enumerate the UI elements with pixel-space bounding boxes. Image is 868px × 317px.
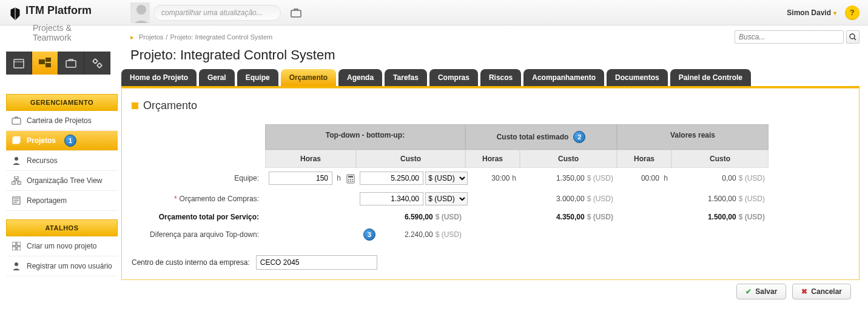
sidebar-item-org-tree[interactable]: Organização Tree View (6, 171, 118, 191)
svg-line-4 (854, 38, 856, 40)
cancel-button[interactable]: ✖ Cancelar (792, 284, 851, 299)
tab-general[interactable]: Geral (199, 69, 235, 86)
svg-rect-8 (45, 58, 51, 62)
svg-point-30 (15, 262, 18, 266)
budget-panel: Orçamento Top-down - bottom-up: Custo to… (121, 88, 860, 280)
svg-rect-10 (66, 61, 76, 67)
svg-point-37 (350, 181, 351, 182)
tab-agenda[interactable]: Agenda (338, 69, 382, 86)
tile-calendar[interactable] (6, 52, 32, 75)
hours-unit: h (337, 174, 341, 182)
team-cost-input[interactable] (360, 172, 423, 185)
tab-team[interactable]: Equipe (237, 69, 278, 86)
sidebar-item-new-project[interactable]: Criar um novo projeto (6, 236, 118, 256)
share-placeholder: compartilhar uma atualização... (161, 8, 263, 17)
search-button[interactable] (846, 30, 860, 44)
cost-center-input[interactable] (256, 255, 377, 270)
sub-hours-td: Horas (265, 150, 356, 168)
sidebar-list-management: Carteira de Projetos Projetos 1 Recursos… (6, 111, 118, 211)
row-total-label: Orçamento total por Serviço: (132, 209, 265, 225)
svg-point-12 (98, 64, 101, 67)
brand: ITM Platform Projects & Teamwork (8, 5, 92, 21)
user-name: Simon David (787, 8, 831, 17)
team-real-hours: 00:00 h (617, 170, 671, 186)
tile-briefcase[interactable] (58, 52, 84, 75)
row-purchase-label: *Orçamento de Compras: (132, 191, 265, 207)
briefcase-icon[interactable] (289, 6, 303, 19)
svg-rect-2 (291, 10, 301, 17)
svg-rect-15 (14, 136, 20, 142)
tile-management[interactable] (32, 52, 58, 75)
sidebar-item-reporting[interactable]: Reportagem (6, 191, 118, 211)
svg-point-11 (93, 59, 97, 63)
sidebar-item-label: Organização Tree View (27, 176, 103, 185)
team-est-cost: 1.350,00$ (USD) (520, 170, 617, 186)
sidebar-item-projects[interactable]: Projetos 1 (6, 131, 118, 151)
svg-rect-21 (18, 182, 21, 184)
sidebar-item-portfolio[interactable]: Carteira de Projetos (6, 111, 118, 131)
top-header: ITM Platform Projects & Teamwork compart… (0, 0, 868, 25)
svg-rect-29 (17, 247, 21, 250)
chevron-down-icon: ▾ (833, 10, 836, 16)
sidebar-item-new-user[interactable]: Registrar um novo usuário (6, 256, 118, 276)
step-badge-3: 3 (363, 229, 375, 241)
share-update-input[interactable]: compartilhar uma atualização... (153, 5, 281, 21)
svg-point-16 (15, 157, 18, 161)
tab-home[interactable]: Home do Projeto (121, 69, 197, 86)
tab-documents[interactable]: Documentos (607, 69, 668, 86)
calculator-icon[interactable] (345, 173, 356, 184)
sidebar-heading-management: GERENCIAMENTO (6, 94, 118, 111)
tab-tracking[interactable]: Acompanhamento (523, 69, 604, 86)
purchase-currency-select[interactable]: $ (USD) (425, 192, 468, 205)
svg-rect-27 (17, 242, 21, 245)
sub-cost-real: Custo (671, 150, 769, 168)
sidebar-item-label: Registrar um novo usuário (27, 262, 112, 270)
briefcase-icon (11, 116, 22, 125)
save-button-label: Salvar (755, 287, 777, 296)
tab-dashboard[interactable]: Painel de Controle (670, 69, 751, 86)
svg-point-35 (352, 179, 353, 180)
tab-budget[interactable]: Orçamento (281, 69, 336, 86)
cost-center-label: Centro de custo interno da empresa: (132, 258, 250, 267)
help-icon[interactable]: ? (845, 5, 860, 20)
budget-table: Top-down - bottom-up: Custo total estima… (132, 124, 849, 244)
sidebar-item-resources[interactable]: Recursos (6, 151, 118, 171)
svg-rect-17 (15, 176, 18, 179)
sidebar-list-shortcuts: Criar um novo projeto Registrar um novo … (6, 236, 118, 276)
search-icon (849, 33, 856, 41)
group-topdown: Top-down - bottom-up: (265, 124, 465, 150)
sub-cost-td: Custo (356, 150, 465, 168)
svg-rect-32 (348, 176, 353, 178)
panel-title: Orçamento (132, 99, 849, 112)
breadcrumb-root[interactable]: Projetos (139, 33, 163, 41)
avatar[interactable] (130, 2, 150, 23)
sidebar-item-label: Criar um novo projeto (27, 242, 96, 250)
breadcrumb-current: Projeto: Integrated Control System (170, 33, 272, 41)
tab-purchases[interactable]: Compras (429, 69, 478, 86)
tile-settings[interactable] (84, 52, 110, 75)
search-input[interactable] (735, 30, 844, 44)
tab-tasks[interactable]: Tarefas (385, 69, 427, 86)
person-icon (11, 156, 22, 165)
svg-rect-13 (12, 118, 21, 124)
step-badge-1: 1 (64, 135, 76, 147)
team-currency-select[interactable]: $ (USD) (425, 172, 468, 185)
user-menu[interactable]: Simon David ▾ (787, 8, 836, 17)
svg-rect-5 (14, 59, 24, 68)
total-real-cost: 1.500,00$ (USD) (671, 209, 769, 225)
sub-hours-real: Horas (617, 150, 671, 168)
save-button[interactable]: ✔ Salvar (736, 284, 786, 299)
tabs: Home do Projeto Geral Equipe Orçamento A… (121, 69, 860, 88)
row-team-label: Equipe: (132, 170, 265, 186)
check-icon: ✔ (745, 287, 752, 296)
breadcrumb-strip: ▸ Projetos / Projeto: Integrated Control… (0, 25, 868, 47)
sidebar-item-label: Recursos (27, 156, 58, 165)
sidebar: GERENCIAMENTO Carteira de Projetos Proje… (0, 69, 121, 299)
action-buttons: ✔ Salvar ✖ Cancelar (121, 284, 860, 299)
svg-point-34 (350, 179, 351, 180)
diff-td-cost: 2.240,00$ (USD) (382, 230, 462, 239)
team-hours-input[interactable] (269, 172, 332, 185)
svg-rect-28 (12, 247, 16, 250)
purchase-cost-input[interactable] (360, 192, 423, 205)
tab-risks[interactable]: Riscos (480, 69, 521, 86)
